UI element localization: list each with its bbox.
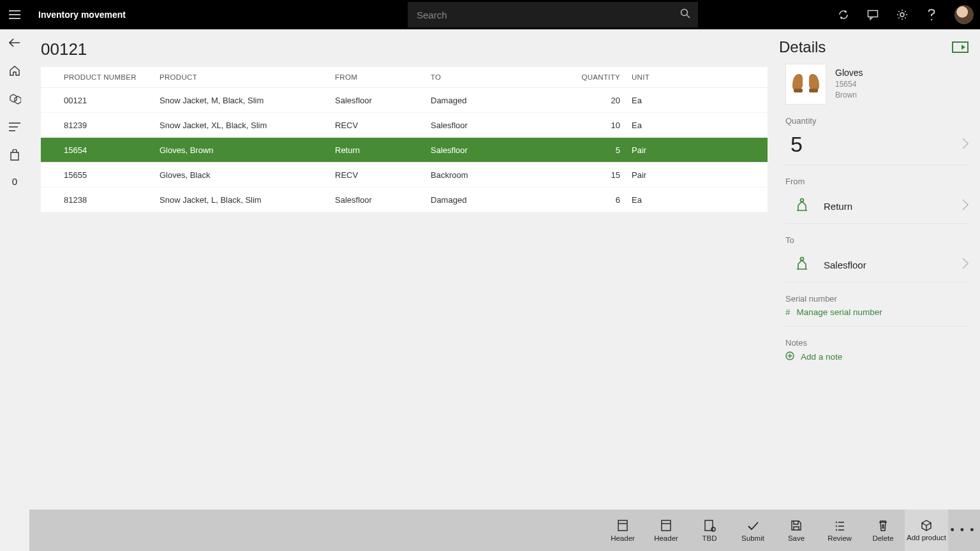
svg-point-7: [801, 199, 804, 202]
svg-point-15: [711, 527, 715, 531]
help-icon[interactable]: [925, 8, 938, 21]
cell-quantity: 15: [581, 170, 632, 180]
expand-panel-icon[interactable]: [952, 41, 969, 53]
back-icon[interactable]: [8, 36, 22, 50]
cell-product: Gloves, Brown: [160, 145, 335, 155]
top-bar: Inventory movement: [0, 0, 980, 29]
quantity-label: Quantity: [785, 116, 969, 126]
home-icon[interactable]: [8, 64, 22, 78]
more-commands-button[interactable]: • • •: [948, 510, 977, 551]
cell-to: Backroom: [431, 170, 581, 180]
svg-point-4: [931, 19, 932, 20]
quantity-row[interactable]: 5: [785, 128, 969, 165]
gear-icon[interactable]: [896, 8, 909, 21]
delete-button[interactable]: Delete: [861, 510, 905, 551]
search-wrap: [408, 2, 698, 27]
cell-from: RECV: [335, 170, 431, 180]
cell-from: Salesfloor: [335, 96, 431, 105]
table-row[interactable]: 81239Snow Jacket, XL, Black, SlimRECVSal…: [41, 113, 768, 138]
col-header-unit: UNIT: [632, 73, 676, 81]
svg-rect-6: [809, 89, 818, 92]
cell-quantity: 6: [581, 195, 632, 205]
search-icon[interactable]: [680, 8, 690, 21]
tbd-button[interactable]: TBD: [688, 510, 731, 551]
bag-icon[interactable]: [8, 148, 22, 162]
cell-unit: Ea: [632, 195, 676, 205]
inventory-icon[interactable]: [8, 92, 22, 106]
svg-point-8: [801, 258, 804, 261]
chevron-right-icon: [962, 258, 969, 272]
save-button[interactable]: Save: [775, 510, 818, 551]
cell-product-number: 15654: [64, 145, 160, 155]
cell-product: Gloves, Black: [160, 170, 335, 180]
header-button-1[interactable]: Header: [601, 510, 644, 551]
product-thumbnail: [785, 64, 826, 105]
add-product-button[interactable]: Add product: [905, 510, 948, 551]
cell-product-number: 81238: [64, 195, 160, 205]
add-note-link[interactable]: Add a note: [785, 351, 969, 371]
details-title: Details: [779, 38, 826, 56]
table-row[interactable]: 00121Snow Jacket, M, Black, SlimSalesflo…: [41, 88, 768, 113]
table-row[interactable]: 15655Gloves, BlackRECVBackroom15Pair: [41, 163, 768, 187]
list-area: 00121 PRODUCT NUMBER PRODUCT FROM TO QUA…: [29, 29, 779, 510]
to-location-value: Salesfloor: [824, 260, 866, 270]
product-meta: Gloves 15654 Brown: [835, 68, 863, 101]
serial-link-text: Manage serial number: [797, 307, 882, 317]
search-input[interactable]: [408, 2, 698, 27]
main-area: 00121 PRODUCT NUMBER PRODUCT FROM TO QUA…: [29, 29, 980, 510]
col-header-quantity: QUANTITY: [581, 73, 632, 81]
save-button-label: Save: [788, 534, 805, 542]
user-avatar[interactable]: [954, 5, 974, 24]
cell-product-number: 81239: [64, 121, 160, 130]
col-header-product-number: PRODUCT NUMBER: [64, 73, 160, 81]
nav-count-badge: 0: [12, 176, 17, 187]
from-location-value: Return: [824, 201, 852, 212]
from-location-row[interactable]: Return: [785, 189, 969, 224]
chat-icon[interactable]: [866, 8, 879, 21]
cell-to: Salesfloor: [431, 121, 581, 130]
cell-quantity: 20: [581, 96, 632, 105]
details-header: Details: [779, 38, 969, 56]
header-button-2[interactable]: Header: [644, 510, 688, 551]
review-button[interactable]: Review: [818, 510, 861, 551]
lines-icon[interactable]: [8, 120, 22, 134]
cell-unit: Pair: [632, 145, 676, 155]
cell-product: Snow Jacket, M, Black, Slim: [160, 96, 335, 105]
submit-button[interactable]: Submit: [731, 510, 775, 551]
refresh-icon[interactable]: [837, 8, 850, 21]
hash-icon: #: [785, 307, 791, 317]
command-bar: Header Header TBD Submit Save Review Del…: [29, 510, 980, 551]
product-variant: Brown: [835, 90, 863, 101]
add-product-button-label: Add product: [907, 534, 946, 542]
col-header-to: TO: [431, 73, 581, 81]
header-button-2-label: Header: [654, 534, 678, 542]
table-row[interactable]: 81238Snow Jacket, L, Black, SlimSalesflo…: [41, 187, 768, 212]
tbd-button-label: TBD: [702, 534, 717, 542]
col-header-from: FROM: [335, 73, 431, 81]
hamburger-menu-button[interactable]: [0, 0, 29, 29]
product-name: Gloves: [835, 68, 863, 78]
svg-point-0: [681, 10, 687, 16]
location-icon: [794, 256, 810, 273]
manage-serial-link[interactable]: # Manage serial number: [785, 307, 969, 327]
submit-button-label: Submit: [741, 534, 764, 542]
notes-label: Notes: [785, 338, 969, 348]
svg-point-3: [900, 13, 904, 17]
movement-table: PRODUCT NUMBER PRODUCT FROM TO QUANTITY …: [41, 67, 768, 212]
svg-line-1: [687, 15, 690, 18]
cell-from: Salesfloor: [335, 195, 431, 205]
cell-unit: Pair: [632, 170, 676, 180]
to-location-row[interactable]: Salesfloor: [785, 247, 969, 283]
location-icon: [794, 198, 810, 214]
review-button-label: Review: [828, 534, 852, 542]
plus-circle-icon: [785, 351, 794, 362]
top-right-actions: [837, 0, 974, 29]
cell-from: RECV: [335, 121, 431, 130]
cell-unit: Ea: [632, 121, 676, 130]
serial-label: Serial number: [785, 294, 969, 304]
hamburger-icon: [9, 10, 20, 19]
cell-product-number: 15655: [64, 170, 160, 180]
table-row[interactable]: 15654Gloves, BrownReturnSalesfloor5Pair: [41, 138, 768, 163]
delete-button-label: Delete: [872, 534, 893, 542]
table-header: PRODUCT NUMBER PRODUCT FROM TO QUANTITY …: [41, 67, 768, 88]
